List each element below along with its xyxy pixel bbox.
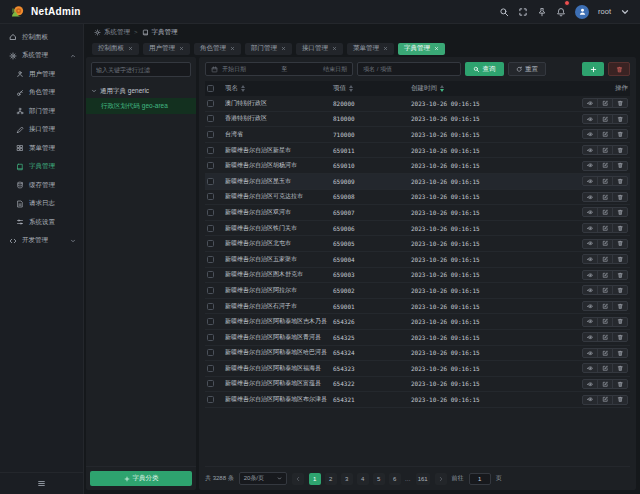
view-button[interactable]: [582, 348, 598, 358]
username[interactable]: root: [598, 7, 611, 16]
delete-button[interactable]: [612, 192, 628, 202]
delete-button[interactable]: [612, 395, 628, 405]
row-checkbox[interactable]: [207, 147, 214, 154]
row-checkbox[interactable]: [207, 209, 214, 216]
page-button[interactable]: 161: [416, 473, 430, 485]
delete-button[interactable]: [612, 379, 628, 389]
row-checkbox[interactable]: [207, 225, 214, 232]
edit-button[interactable]: [597, 176, 613, 186]
row-checkbox[interactable]: [207, 240, 214, 247]
tab[interactable]: 菜单管理: [347, 43, 394, 55]
column-header-name[interactable]: 项名: [225, 84, 333, 93]
page-size-select[interactable]: 20条/页: [239, 472, 287, 485]
view-button[interactable]: [582, 285, 598, 295]
row-checkbox[interactable]: [207, 318, 214, 325]
row-checkbox[interactable]: [207, 287, 214, 294]
close-icon[interactable]: [179, 46, 184, 51]
breadcrumb-item[interactable]: 系统管理: [94, 28, 130, 37]
edit-button[interactable]: [597, 301, 613, 311]
delete-button[interactable]: [612, 223, 628, 233]
search-button[interactable]: 查询: [465, 62, 504, 76]
delete-button[interactable]: [612, 161, 628, 171]
view-button[interactable]: [582, 379, 598, 389]
view-button[interactable]: [582, 192, 598, 202]
row-checkbox[interactable]: [207, 349, 214, 356]
view-button[interactable]: [582, 129, 598, 139]
view-button[interactable]: [582, 395, 598, 405]
edit-button[interactable]: [597, 348, 613, 358]
edit-button[interactable]: [597, 254, 613, 264]
view-button[interactable]: [582, 239, 598, 249]
sidebar-item[interactable]: 开发管理: [0, 232, 83, 251]
view-button[interactable]: [582, 270, 598, 280]
page-button[interactable]: 3: [341, 473, 353, 485]
row-checkbox[interactable]: [207, 396, 214, 403]
sidebar-item[interactable]: 系统管理: [0, 47, 83, 66]
sort-icon[interactable]: [349, 85, 353, 92]
close-icon[interactable]: [434, 46, 439, 51]
edit-button[interactable]: [597, 114, 613, 124]
column-header-created[interactable]: 创建时间: [411, 84, 572, 93]
pager-ellipsis[interactable]: …: [405, 476, 412, 482]
sidebar-item[interactable]: 缓存管理: [0, 176, 83, 195]
goto-page-input[interactable]: [469, 473, 491, 485]
edit-button[interactable]: [597, 363, 613, 373]
view-button[interactable]: [582, 98, 598, 108]
avatar[interactable]: [575, 5, 589, 19]
row-checkbox[interactable]: [207, 334, 214, 341]
row-checkbox[interactable]: [207, 162, 214, 169]
tree-root-node[interactable]: 通用字典 generic: [86, 84, 196, 98]
edit-button[interactable]: [597, 285, 613, 295]
next-page-button[interactable]: [435, 473, 447, 485]
prev-page-button[interactable]: [292, 473, 304, 485]
close-icon[interactable]: [128, 46, 133, 51]
row-checkbox[interactable]: [207, 256, 214, 263]
tree-node-selected[interactable]: 行政区划代码 geo-area: [86, 98, 196, 114]
sidebar-item[interactable]: 菜单管理: [0, 139, 83, 158]
edit-button[interactable]: [597, 239, 613, 249]
search-icon[interactable]: [499, 7, 509, 17]
edit-button[interactable]: [597, 270, 613, 280]
edit-button[interactable]: [597, 192, 613, 202]
delete-button[interactable]: [612, 239, 628, 249]
view-button[interactable]: [582, 363, 598, 373]
reset-button[interactable]: 重置: [508, 62, 547, 76]
pin-icon[interactable]: [537, 7, 547, 17]
page-button[interactable]: 2: [325, 473, 337, 485]
delete-button[interactable]: [612, 207, 628, 217]
edit-button[interactable]: [597, 145, 613, 155]
view-button[interactable]: [582, 207, 598, 217]
tab[interactable]: 部门管理: [245, 43, 292, 55]
sidebar-item[interactable]: 角色管理: [0, 84, 83, 103]
edit-button[interactable]: [597, 98, 613, 108]
view-button[interactable]: [582, 317, 598, 327]
row-checkbox[interactable]: [207, 271, 214, 278]
tab[interactable]: 接口管理: [296, 43, 343, 55]
close-icon[interactable]: [281, 46, 286, 51]
sidebar-collapse-hamburger-icon[interactable]: [37, 479, 46, 488]
notifications-button[interactable]: [556, 3, 566, 21]
batch-delete-button[interactable]: [608, 62, 630, 76]
keyword-input[interactable]: [357, 62, 461, 76]
delete-button[interactable]: [612, 129, 628, 139]
tab[interactable]: 用户管理: [143, 43, 190, 55]
row-checkbox[interactable]: [207, 303, 214, 310]
select-all-checkbox[interactable]: [207, 85, 214, 92]
sidebar-item[interactable]: 控制面板: [0, 28, 83, 47]
user-menu-chevron-down-icon[interactable]: [620, 7, 630, 17]
delete-button[interactable]: [612, 270, 628, 280]
row-checkbox[interactable]: [207, 131, 214, 138]
delete-button[interactable]: [612, 114, 628, 124]
row-checkbox[interactable]: [207, 193, 214, 200]
page-button[interactable]: 1: [309, 473, 321, 485]
delete-button[interactable]: [612, 254, 628, 264]
add-dictionary-category-button[interactable]: 字典分类: [90, 471, 192, 486]
edit-button[interactable]: [597, 379, 613, 389]
close-icon[interactable]: [383, 46, 388, 51]
row-checkbox[interactable]: [207, 365, 214, 372]
delete-button[interactable]: [612, 363, 628, 373]
close-icon[interactable]: [332, 46, 337, 51]
edit-button[interactable]: [597, 317, 613, 327]
tab[interactable]: 字典管理: [398, 43, 445, 55]
delete-button[interactable]: [612, 98, 628, 108]
